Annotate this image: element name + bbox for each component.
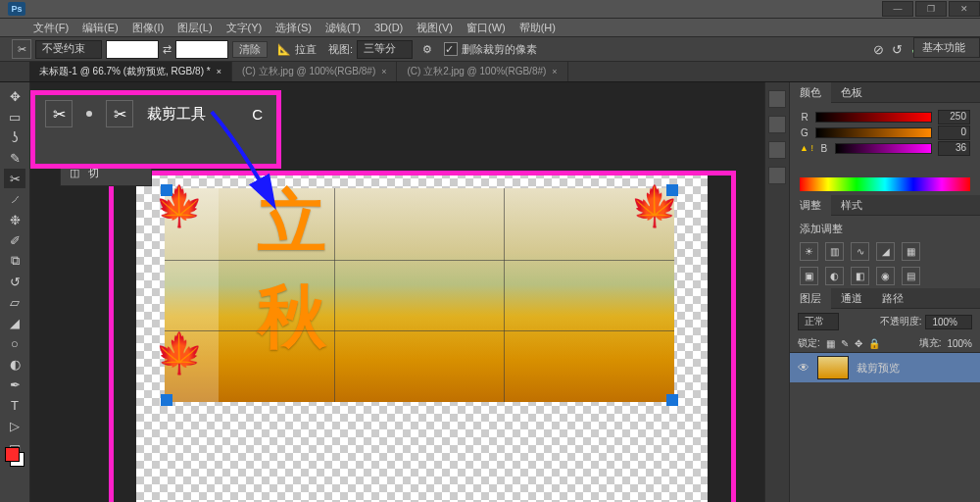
menu-3d[interactable]: 3D(D) [374, 22, 403, 33]
canvas-area[interactable]: 立 秋 ✂ ✂ 裁剪工具 C ◫切片工具C ◫切 [30, 82, 764, 502]
quick-select-tool[interactable]: ✎ [4, 148, 25, 168]
workspace-switcher[interactable]: 基本功能 [913, 37, 980, 58]
channel-mixer-icon[interactable]: ▤ [902, 267, 920, 285]
gear-icon[interactable]: ⚙ [422, 43, 432, 56]
clear-button[interactable]: 清除 [232, 41, 268, 58]
menu-edit[interactable]: 编辑(E) [82, 21, 119, 35]
swap-dimensions-icon[interactable]: ⇄ [163, 43, 172, 56]
g-value[interactable]: 0 [938, 126, 970, 140]
lock-all-icon[interactable]: 🔒 [868, 338, 880, 349]
menu-view[interactable]: 视图(V) [416, 21, 453, 35]
type-tool[interactable]: T [4, 395, 25, 415]
document-tab[interactable]: (C) 立秋.jpg @ 100%(RGB/8#)× [232, 62, 398, 81]
overlay-view-select[interactable]: 三等分 [357, 40, 413, 59]
tools-panel: ✥ ▭ ʖ ✎ ✂ ⟋ ❉ ✐ ⧉ ↺ ▱ ◢ ○ ◐ ✒ T ▷ ▭ [0, 82, 30, 502]
photo-filter-icon[interactable]: ◉ [876, 267, 895, 285]
overlay-view-label: 视图: [328, 42, 353, 57]
channels-tab[interactable]: 通道 [831, 288, 872, 309]
r-value[interactable]: 250 [938, 110, 970, 125]
cancel-crop-button[interactable]: ⊘ [873, 42, 884, 57]
crop-tool[interactable]: ✂ [4, 169, 25, 188]
dock-icon[interactable] [768, 116, 786, 133]
spectrum-ramp[interactable] [800, 177, 970, 191]
history-brush-tool[interactable]: ↺ [4, 272, 25, 291]
color-panel: R250 G0 ▲ !B36 [790, 103, 980, 174]
vibrance-icon[interactable]: ▦ [902, 242, 920, 261]
document-tab[interactable]: (C) 立秋2.jpg @ 100%(RGB/8#)× [397, 62, 567, 81]
lock-position-icon[interactable]: ✥ [855, 338, 862, 349]
exposure-icon[interactable]: ◢ [876, 242, 895, 261]
paths-tab[interactable]: 路径 [872, 288, 913, 309]
lock-transparency-icon[interactable]: ▦ [826, 338, 835, 349]
styles-tab[interactable]: 样式 [831, 195, 872, 216]
eyedropper-tool[interactable]: ⟋ [4, 189, 25, 209]
path-select-tool[interactable]: ▷ [4, 416, 25, 435]
marquee-tool[interactable]: ▭ [4, 107, 25, 126]
opacity-value[interactable]: 100% [925, 315, 972, 329]
image-layer[interactable]: 立 秋 [165, 188, 674, 402]
straighten-label: 拉直 [295, 42, 317, 57]
menu-help[interactable]: 帮助(H) [519, 21, 556, 35]
document-tab[interactable]: 未标题-1 @ 66.7% (裁剪预览, RGB/8) *× [29, 62, 232, 81]
add-adjustment-label: 添加调整 [800, 222, 970, 236]
close-button[interactable]: ✕ [949, 1, 980, 17]
layers-tab[interactable]: 图层 [790, 288, 831, 309]
stamp-tool[interactable]: ⧉ [4, 251, 25, 271]
close-tab-icon[interactable]: × [552, 67, 557, 76]
menu-select[interactable]: 选择(S) [275, 21, 312, 35]
blend-mode-select[interactable]: 正常 [798, 313, 839, 330]
layer-name[interactable]: 裁剪预览 [857, 361, 900, 376]
curves-icon[interactable]: ∿ [851, 242, 869, 261]
layer-row[interactable]: 👁 裁剪预览 [790, 353, 980, 382]
close-tab-icon[interactable]: × [217, 67, 221, 76]
pen-tool[interactable]: ✒ [4, 375, 25, 394]
brush-tool[interactable]: ✐ [4, 230, 25, 250]
eraser-tool[interactable]: ▱ [4, 292, 25, 312]
close-tab-icon[interactable]: × [381, 67, 386, 76]
gradient-tool[interactable]: ◢ [4, 313, 25, 332]
delete-cropped-checkbox[interactable]: ✓ [444, 42, 458, 56]
crop-tool-icon[interactable]: ✂ [12, 39, 31, 59]
dock-icon[interactable] [768, 167, 786, 184]
move-tool[interactable]: ✥ [4, 86, 25, 106]
artwork-character-1: 立 [258, 176, 326, 269]
bw-icon[interactable]: ◧ [851, 267, 869, 285]
color-tab[interactable]: 颜色 [790, 82, 831, 103]
b-slider[interactable] [835, 143, 932, 154]
lasso-tool[interactable]: ʖ [4, 127, 25, 147]
maximize-button[interactable]: ❐ [915, 1, 947, 17]
g-slider[interactable] [815, 127, 932, 138]
dock-icon[interactable] [768, 90, 786, 108]
layer-thumbnail[interactable] [817, 356, 849, 379]
dodge-tool[interactable]: ◐ [4, 354, 25, 374]
hue-sat-icon[interactable]: ▣ [800, 267, 818, 285]
dock-icon[interactable] [768, 141, 786, 159]
healing-tool[interactable]: ❉ [4, 210, 25, 229]
reset-crop-button[interactable]: ↺ [892, 42, 903, 57]
brightness-icon[interactable]: ☀ [800, 242, 818, 261]
menu-window[interactable]: 窗口(W) [466, 21, 506, 35]
maple-leaf-deco [155, 330, 204, 379]
straighten-icon[interactable]: 📐 [277, 43, 291, 56]
color-balance-icon[interactable]: ◐ [825, 267, 844, 285]
crop-width-input[interactable] [106, 40, 159, 59]
fill-value[interactable]: 100% [947, 338, 972, 349]
minimize-button[interactable]: — [882, 1, 913, 17]
menu-layer[interactable]: 图层(L) [177, 21, 212, 35]
blur-tool[interactable]: ○ [4, 333, 25, 353]
b-value[interactable]: 36 [938, 141, 970, 156]
adjustments-tab[interactable]: 调整 [790, 195, 831, 216]
color-swatch[interactable] [5, 447, 23, 465]
visibility-toggle-icon[interactable]: 👁 [798, 361, 809, 375]
delete-cropped-label: 删除裁剪的像素 [462, 42, 537, 57]
ratio-preset-select[interactable]: 不受约束 [35, 40, 102, 59]
menu-image[interactable]: 图像(I) [132, 21, 164, 35]
lock-pixels-icon[interactable]: ✎ [841, 338, 849, 349]
menu-file[interactable]: 文件(F) [33, 21, 69, 35]
levels-icon[interactable]: ▥ [825, 242, 844, 261]
crop-height-input[interactable] [175, 40, 228, 59]
menu-filter[interactable]: 滤镜(T) [325, 21, 361, 35]
menu-type[interactable]: 文字(Y) [226, 21, 263, 35]
swatches-tab[interactable]: 色板 [831, 82, 872, 103]
r-slider[interactable] [815, 112, 932, 123]
